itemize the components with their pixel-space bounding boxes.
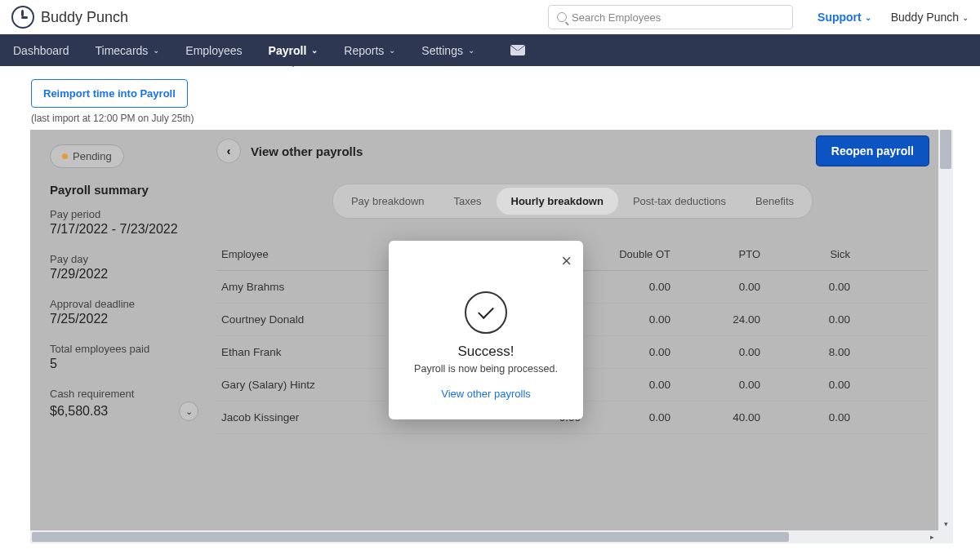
tab-pay-breakdown[interactable]: Pay breakdown <box>336 188 439 215</box>
col-sick: Sick <box>760 248 850 260</box>
cell-employee: Gary (Salary) Hintz <box>221 379 401 391</box>
cell-double-ot: 0.00 <box>581 346 670 358</box>
close-button[interactable]: × <box>561 251 572 272</box>
import-note: (last import at 12:00 PM on July 25th) <box>31 113 949 124</box>
chevron-down-icon: ⌄ <box>311 46 318 55</box>
cash-req-label: Cash requirement <box>50 388 198 400</box>
search-placeholder: Search Employees <box>572 11 661 24</box>
status-badge: Pending <box>50 144 124 168</box>
pay-period-value: 7/17/2022 - 7/23/2022 <box>50 222 198 237</box>
view-other-payrolls-link[interactable]: View other payrolls <box>251 144 363 158</box>
brand-name: Buddy Punch <box>41 9 128 26</box>
nav-payroll[interactable]: Payroll⌄ <box>269 44 318 57</box>
back-button[interactable]: ‹ <box>216 139 241 163</box>
total-employees-value: 5 <box>50 357 198 371</box>
approval-label: Approval deadline <box>50 298 198 310</box>
modal-title: Success! <box>403 344 568 360</box>
reimport-button[interactable]: Reimport time into Payroll <box>31 79 188 108</box>
modal-view-other-link[interactable]: View other payrolls <box>403 388 568 400</box>
nav-timecards[interactable]: Timecards⌄ <box>96 44 160 57</box>
status-dot-icon <box>62 153 68 159</box>
search-icon <box>557 12 567 22</box>
cell-double-ot: 0.00 <box>581 281 670 293</box>
cell-sick: 0.00 <box>760 313 850 326</box>
cash-req-value: $6,580.83 <box>50 404 108 419</box>
chevron-down-icon: ⌄ <box>962 13 969 22</box>
breakdown-tabs: Pay breakdown Taxes Hourly breakdown Pos… <box>332 184 813 219</box>
pay-day-value: 7/29/2022 <box>50 267 198 282</box>
clock-icon <box>11 6 34 29</box>
cell-sick: 0.00 <box>760 379 850 391</box>
cell-pto: 24.00 <box>670 313 760 326</box>
chevron-down-icon: ⌄ <box>468 46 474 55</box>
search-input[interactable]: Search Employees <box>548 5 793 29</box>
nav-employees[interactable]: Employees <box>185 44 242 57</box>
summary-title: Payroll summary <box>50 183 198 197</box>
scrollbar-horizontal[interactable]: ▸ <box>30 530 953 543</box>
close-icon: × <box>561 251 572 271</box>
col-employee: Employee <box>221 248 401 260</box>
chevron-down-icon: ⌄ <box>185 406 193 417</box>
cell-pto: 0.00 <box>670 379 760 391</box>
tab-benefits[interactable]: Benefits <box>741 188 808 215</box>
cell-double-ot: 0.00 <box>581 411 670 424</box>
col-pto: PTO <box>670 248 760 260</box>
success-modal: × Success! Payroll is now being processe… <box>389 241 583 419</box>
nav-reports[interactable]: Reports⌄ <box>344 44 395 57</box>
mail-icon[interactable] <box>510 45 525 55</box>
account-menu[interactable]: Buddy Punch ⌄ <box>891 11 969 24</box>
main-nav: Dashboard Timecards⌄ Employees Payroll⌄ … <box>0 34 980 66</box>
cash-expand-button[interactable]: ⌄ <box>179 401 198 421</box>
action-row: Reimport time into Payroll (last import … <box>0 66 980 129</box>
approval-value: 7/25/2022 <box>50 312 198 326</box>
col-double-ot: Double OT <box>581 248 670 260</box>
support-link[interactable]: Support ⌄ <box>817 11 871 24</box>
cell-employee: Amy Brahms <box>221 281 401 293</box>
cell-double-ot: 0.00 <box>581 313 670 326</box>
cell-employee: Jacob Kissinger <box>221 411 401 424</box>
nav-settings[interactable]: Settings⌄ <box>421 44 474 57</box>
scrollbar-vertical[interactable]: ▴ ▾ <box>938 130 953 530</box>
cell-sick: 8.00 <box>760 346 850 358</box>
scroll-thumb[interactable] <box>32 532 789 542</box>
success-icon <box>465 291 507 334</box>
cell-sick: 0.00 <box>760 411 850 424</box>
tab-hourly-breakdown[interactable]: Hourly breakdown <box>497 188 618 215</box>
chevron-down-icon: ⌄ <box>389 46 395 55</box>
cell-sick: 0.00 <box>760 281 850 293</box>
chevron-down-icon: ⌄ <box>153 46 159 55</box>
scroll-thumb[interactable] <box>940 130 951 169</box>
tab-taxes[interactable]: Taxes <box>439 188 497 215</box>
brand-logo[interactable]: Buddy Punch <box>11 6 128 29</box>
summary-panel: Pending Payroll summary Pay period 7/17/… <box>30 130 213 530</box>
cell-pto: 40.00 <box>670 411 760 424</box>
chevron-left-icon: ‹ <box>227 144 231 157</box>
cell-double-ot: 0.00 <box>581 379 670 391</box>
total-employees-label: Total employees paid <box>50 343 198 355</box>
cell-pto: 0.00 <box>670 281 760 293</box>
pay-day-label: Pay day <box>50 253 198 265</box>
tab-post-tax[interactable]: Post-tax deductions <box>618 188 741 215</box>
scroll-right-icon[interactable]: ▸ <box>925 530 938 543</box>
cell-employee: Courtney Donald <box>221 313 401 326</box>
topbar: Buddy Punch Search Employees Support ⌄ B… <box>0 0 980 34</box>
cell-employee: Ethan Frank <box>221 346 401 358</box>
scroll-down-icon[interactable]: ▾ <box>938 517 953 530</box>
cell-pto: 0.00 <box>670 346 760 358</box>
modal-message: Payroll is now being processed. <box>403 363 568 375</box>
chevron-down-icon: ⌄ <box>865 13 871 22</box>
reopen-payroll-button[interactable]: Reopen payroll <box>817 136 929 166</box>
nav-dashboard[interactable]: Dashboard <box>13 44 69 57</box>
pay-period-label: Pay period <box>50 208 198 220</box>
